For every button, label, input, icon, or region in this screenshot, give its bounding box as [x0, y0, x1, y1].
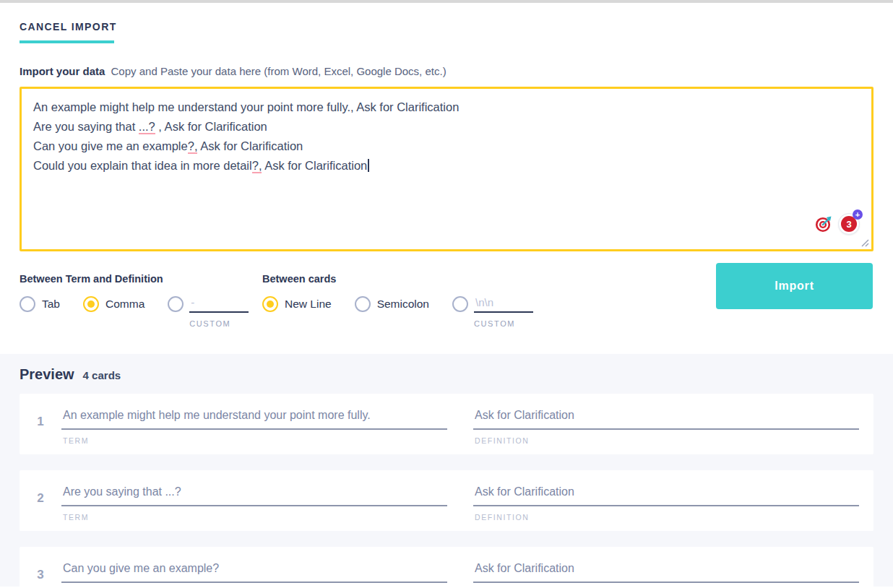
separator-options-row: Between Term and Definition Tab Comma CU…: [0, 251, 893, 338]
grammarly-suggestions-icon[interactable]: 3 +: [838, 213, 860, 235]
custom-caption: CUSTOM: [189, 319, 249, 328]
radio-tab[interactable]: Tab: [20, 296, 60, 312]
import-header: CANCEL IMPORT: [0, 3, 893, 43]
textarea-resize-handle-icon[interactable]: [861, 239, 869, 247]
grammarly-premium-badge: +: [853, 209, 863, 220]
definition-field[interactable]: Ask for Clarification: [473, 485, 859, 506]
radio-custom-cards[interactable]: CUSTOM: [452, 296, 533, 328]
import-your-data-label: Import your data: [20, 65, 105, 77]
radio-circle[interactable]: [355, 296, 371, 312]
radio-circle-selected[interactable]: [262, 296, 278, 312]
term-label: TERM: [61, 436, 447, 445]
radio-circle[interactable]: [20, 296, 35, 312]
cancel-import-link[interactable]: CANCEL IMPORT: [20, 21, 117, 33]
custom-cards-separator-input[interactable]: [474, 296, 533, 313]
radio-custom-term-def[interactable]: CUSTOM: [168, 296, 249, 328]
radio-new-line[interactable]: New Line: [262, 296, 332, 312]
import-instructions: Import your data Copy and Paste your dat…: [0, 43, 893, 77]
grammarly-goals-target-icon[interactable]: [815, 216, 832, 233]
card-number: 1: [20, 409, 61, 429]
definition-field[interactable]: Ask for Clarification: [473, 409, 859, 430]
custom-term-def-separator-input[interactable]: [189, 296, 249, 313]
radio-comma[interactable]: Comma: [83, 296, 144, 312]
pasted-line: Could you explain that idea in more deta…: [33, 156, 860, 176]
import-hint-text: Copy and Paste your data here (from Word…: [111, 65, 447, 77]
paste-data-textarea[interactable]: An example might help me understand your…: [20, 87, 873, 251]
radio-circle[interactable]: [168, 296, 184, 312]
pasted-line: Can you give me an example?, Ask for Cla…: [33, 137, 860, 156]
radio-circle[interactable]: [452, 296, 468, 312]
between-cards-group: Between cards New Line Semicolon CUSTOM: [262, 273, 533, 328]
grammarly-widget: 3 +: [815, 213, 860, 235]
between-term-definition-group: Between Term and Definition Tab Comma CU…: [20, 273, 249, 328]
pasted-line: An example might help me understand your…: [33, 98, 860, 117]
card-number: 3: [20, 562, 61, 582]
between-term-definition-label: Between Term and Definition: [20, 273, 249, 285]
term-field[interactable]: Can you give me an example?: [61, 562, 447, 583]
text-cursor: [368, 159, 369, 172]
preview-card-3: 3 Can you give me an example? TERM Ask f…: [20, 547, 873, 587]
pasted-line: Are you saying that ...? , Ask for Clari…: [33, 117, 860, 137]
spellcheck-underline: ...?: [139, 120, 155, 134]
term-field[interactable]: An example might help me understand your…: [61, 409, 447, 430]
term-field[interactable]: Are you saying that ...?: [61, 485, 447, 506]
import-button[interactable]: Import: [716, 263, 873, 309]
spellcheck-underline: ?,: [188, 139, 198, 154]
preview-title: Preview: [20, 366, 74, 383]
definition-label: DEFINITION: [473, 513, 859, 522]
preview-card-count: 4 cards: [83, 369, 121, 381]
between-cards-label: Between cards: [262, 273, 533, 285]
card-number: 2: [20, 485, 61, 506]
radio-semicolon[interactable]: Semicolon: [355, 296, 429, 312]
preview-card-2: 2 Are you saying that ...? TERM Ask for …: [20, 470, 873, 531]
definition-field[interactable]: Ask for Clarification: [473, 562, 859, 583]
custom-caption: CUSTOM: [474, 319, 533, 328]
term-label: TERM: [61, 513, 447, 522]
radio-circle-selected[interactable]: [83, 296, 99, 312]
definition-label: DEFINITION: [473, 436, 859, 445]
spellcheck-underline: ?,: [252, 159, 262, 173]
preview-section: Preview 4 cards 1 An example might help …: [0, 354, 893, 587]
preview-card-1: 1 An example might help me understand yo…: [20, 394, 873, 454]
